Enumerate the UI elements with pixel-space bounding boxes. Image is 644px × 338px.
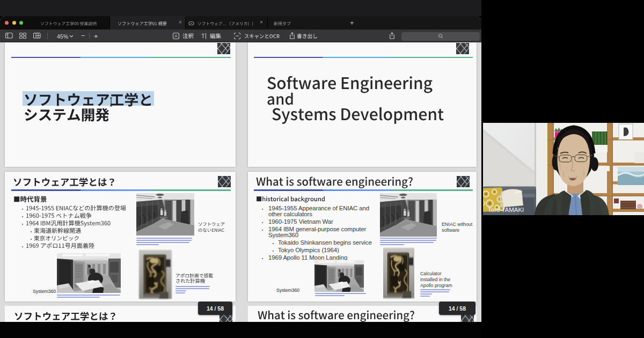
- svg-text:T: T: [201, 33, 205, 39]
- svg-text:Toru TAMAKI: Toru TAMAKI: [488, 207, 524, 213]
- svg-text:A: A: [174, 33, 178, 39]
